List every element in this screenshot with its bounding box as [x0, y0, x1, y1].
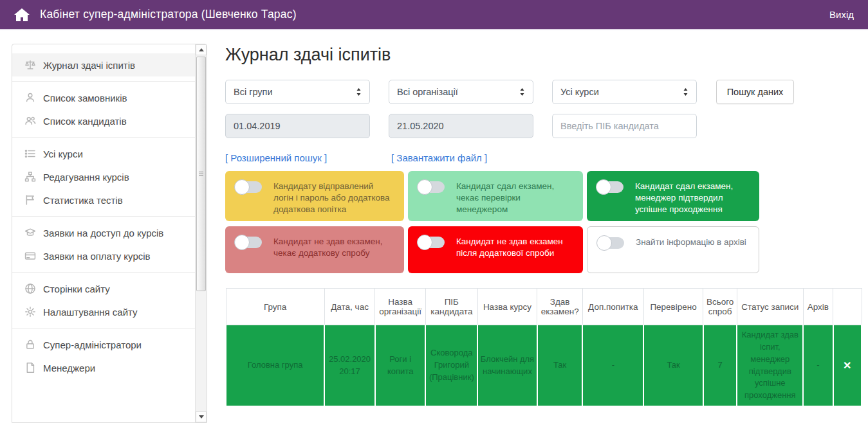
top-bar: Кабінет супер-адміністратора (Шевченко Т…	[0, 0, 868, 30]
sidebar-item-all-courses[interactable]: Усі курси	[12, 142, 195, 165]
col-header-archive: Архів	[803, 289, 833, 325]
toggle-switch[interactable]	[234, 235, 264, 250]
organization-filter-value: Всі організації	[397, 87, 458, 97]
col-header-extra-attempt: Доп.попитка	[582, 289, 643, 325]
date-from-input[interactable]	[225, 114, 370, 138]
cell-record-status: Кандидат здав іспит, менеджер підтвердив…	[737, 325, 803, 406]
legend-label: Знайти інформацію в архіві	[636, 235, 746, 248]
sidebar-item-label: Заявки на доступ до курсів	[43, 228, 163, 239]
toggle-switch[interactable]	[417, 235, 447, 250]
exam-journal-table: Група Дата, час Назва організації ПІБ ка…	[225, 288, 862, 406]
chevron-updown-icon	[356, 87, 362, 96]
col-header-verified: Перевірено	[643, 289, 703, 325]
group-filter-value: Всі групи	[234, 87, 273, 97]
sidebar-item-label: Статистика тестів	[43, 195, 123, 206]
sidebar-item-site-pages[interactable]: Сторінки сайту	[12, 277, 195, 300]
home-icon[interactable]	[14, 8, 30, 22]
legend-label: Кандидат сдал екзамен, чекає перевірки м…	[456, 179, 574, 216]
gear-icon	[24, 306, 36, 318]
sidebar-menu: Журнал здачі іспитів Список замовників С…	[12, 44, 195, 384]
cell-archive: -	[803, 325, 833, 406]
toggle-switch[interactable]	[596, 235, 626, 251]
legend-panel-passed-confirmed: Кандидат сдал екзамен, менеджер підтверд…	[587, 171, 759, 221]
advanced-search-link[interactable]: [ Розширенний пошук ]	[225, 152, 327, 163]
legend-label: Кандидат не здав екзамен, чекає додатков…	[273, 235, 395, 259]
col-header-passed: Здав екзамен?	[537, 289, 583, 325]
sidebar-item-label: Редагування курсів	[43, 172, 129, 183]
col-header-course-name: Назва курсу	[477, 289, 537, 325]
logout-link[interactable]: Вихід	[829, 9, 854, 20]
group-filter-select[interactable]: Всі групи	[225, 80, 370, 104]
date-to-input[interactable]	[389, 114, 533, 138]
toggle-switch[interactable]	[596, 179, 625, 195]
col-header-actions	[833, 289, 862, 325]
chevron-updown-icon	[683, 87, 688, 96]
sidebar-item-customers[interactable]: Список замовників	[12, 86, 195, 109]
table-header-row: Група Дата, час Назва організації ПІБ ка…	[226, 289, 862, 325]
lock-icon	[24, 339, 36, 350]
globe-icon	[24, 283, 36, 294]
candidate-name-input[interactable]	[552, 114, 697, 138]
scroll-down-button[interactable]	[196, 411, 207, 422]
course-filter-select[interactable]: Усі курси	[552, 80, 697, 104]
col-header-record-status: Статус записи	[737, 289, 803, 325]
sidebar-item-label: Сторінки сайту	[43, 284, 110, 294]
scrollbar-thumb[interactable]	[196, 57, 206, 291]
cell-total-attempts: 7	[703, 325, 737, 406]
toggle-switch[interactable]	[234, 179, 264, 195]
sidebar-item-exam-journal[interactable]: Журнал здачі іспитів	[12, 53, 195, 76]
sidebar-scrollbar[interactable]	[195, 44, 207, 422]
cell-verified: Так	[643, 325, 703, 406]
sidebar-item-label: Супер-адміністратори	[43, 339, 142, 350]
sidebar-item-label: Усі курси	[43, 148, 83, 159]
close-row-button[interactable]: ✕	[833, 325, 862, 406]
col-header-candidate-name: ПІБ кандидата	[425, 289, 477, 325]
sidebar-item-test-stats[interactable]: Статистика тестів	[12, 188, 195, 212]
sidebar-item-course-payment-requests[interactable]: Заявки на оплату курсів	[12, 244, 195, 267]
legend-panel-failed-after-retry: Кандидат не здав екзамен після додатково…	[408, 226, 583, 273]
organization-filter-select[interactable]: Всі організації	[389, 80, 533, 104]
col-header-organization: Назва організації	[375, 289, 426, 325]
chevron-updown-icon	[519, 87, 525, 96]
document-icon	[24, 362, 36, 374]
sidebar-item-label: Список замовників	[43, 93, 127, 104]
list-icon	[24, 148, 36, 159]
legend-label: Кандидату відправлений логін і пароль аб…	[273, 179, 395, 216]
upload-file-link[interactable]: [ Завантажити файл ]	[391, 152, 487, 163]
cell-extra-attempt: -	[582, 325, 643, 406]
cell-passed: Так	[537, 325, 583, 406]
sidebar-item-label: Журнал здачі іспитів	[43, 60, 135, 71]
sidebar-item-label: Список кандидатів	[43, 116, 127, 127]
sidebar: Журнал здачі іспитів Список замовників С…	[12, 44, 207, 423]
col-header-total-attempts: Всього спроб	[703, 289, 737, 325]
cell-datetime: 25.02.2020 20:17	[324, 325, 375, 406]
sitemap-icon	[24, 171, 36, 183]
sidebar-item-candidates[interactable]: Список кандидатів	[12, 109, 195, 132]
cell-course-name: Блокчейн для начинающих	[477, 325, 537, 406]
cell-organization: Роги і копита	[375, 325, 426, 406]
legend-panel-archive-search: Знайти інформацію в архіві	[587, 226, 759, 273]
graduation-cap-icon	[24, 227, 36, 239]
sidebar-item-label: Заявки на оплату курсів	[43, 251, 151, 262]
app-title: Кабінет супер-адміністратора (Шевченко Т…	[40, 8, 297, 21]
status-legend: Кандидату відправлений логін і пароль аб…	[225, 171, 758, 273]
cell-candidate-name: Сковорода Григорий (Працівник)	[425, 325, 477, 406]
legend-panel-passed-awaiting-review: Кандидат сдал екзамен, чекає перевірки м…	[408, 171, 583, 221]
sidebar-item-super-admins[interactable]: Супер-адміністратори	[12, 333, 195, 356]
sidebar-item-site-settings[interactable]: Налаштування сайту	[12, 300, 195, 323]
toggle-switch[interactable]	[417, 179, 447, 195]
sidebar-item-label: Налаштування сайту	[43, 307, 138, 318]
col-header-datetime: Дата, час	[324, 289, 375, 325]
sidebar-item-managers[interactable]: Менеджери	[12, 356, 195, 379]
col-header-group: Група	[226, 289, 324, 325]
legend-label: Кандидат сдал екзамен, менеджер підтверд…	[635, 179, 750, 216]
flag-icon	[24, 194, 36, 206]
table-row: Головна група 25.02.2020 20:17 Роги і ко…	[226, 325, 862, 406]
users-icon	[24, 115, 36, 127]
sidebar-item-edit-courses[interactable]: Редагування курсів	[12, 165, 195, 188]
cell-group: Головна група	[226, 325, 324, 406]
scroll-up-button[interactable]	[196, 44, 207, 55]
sidebar-item-course-access-requests[interactable]: Заявки на доступ до курсів	[12, 221, 195, 244]
page-title: Журнал здачі іспитів	[225, 45, 391, 65]
search-data-button[interactable]: Пошук даних	[716, 80, 794, 104]
